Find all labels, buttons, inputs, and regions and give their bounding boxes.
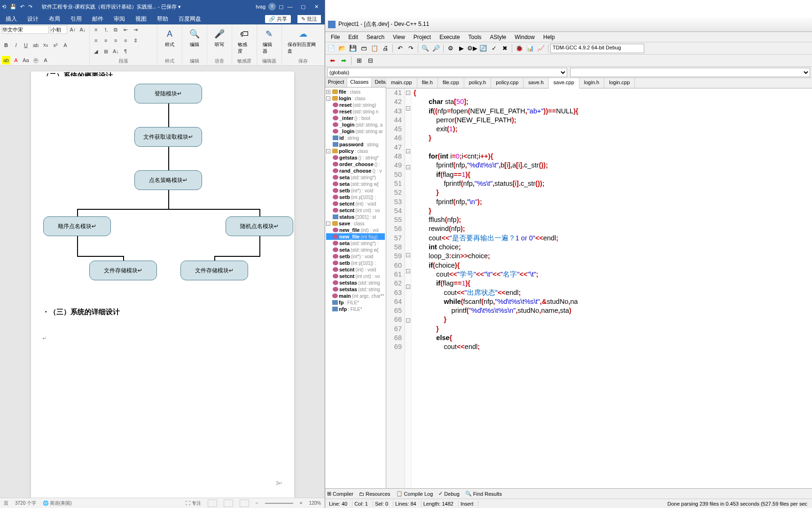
menu-help[interactable]: Help bbox=[539, 33, 559, 41]
bold-icon[interactable]: B bbox=[2, 41, 10, 49]
status-wordcount[interactable]: 3720 个字 bbox=[15, 500, 36, 507]
tree-item[interactable]: - policy : class bbox=[326, 148, 385, 154]
code-editor[interactable]: 41 42 43 44 45 46 47 48 49 50 51 52 53 5… bbox=[386, 88, 812, 488]
tree-item[interactable]: - login : class bbox=[326, 95, 385, 102]
scope-select[interactable]: (globals) bbox=[327, 68, 567, 77]
tree-item[interactable]: seta (std::string w[ bbox=[326, 246, 385, 253]
tree-item[interactable]: rand_choose () : v bbox=[326, 167, 385, 174]
tab-compiler[interactable]: ⊞ Compiler bbox=[327, 491, 353, 497]
zoom-level[interactable]: 120% bbox=[309, 500, 321, 506]
tree-item[interactable]: id : string bbox=[326, 135, 385, 141]
node-random[interactable]: 随机点名模块↵ bbox=[226, 216, 293, 236]
tree-item[interactable]: new_file (int) : voi bbox=[326, 227, 385, 233]
status-page[interactable]: 页 bbox=[4, 500, 8, 507]
tree-item[interactable]: setcnt (int) : void bbox=[326, 200, 385, 207]
bookmark-next-icon[interactable]: ➡ bbox=[338, 56, 349, 66]
fold-gutter[interactable]: -------- bbox=[405, 88, 412, 488]
close-button[interactable]: ✕ bbox=[310, 4, 323, 10]
edit-button[interactable]: 🔍编辑 bbox=[184, 25, 205, 50]
line-spacing-icon[interactable]: ⇕ bbox=[131, 36, 140, 45]
strike-icon[interactable]: ab bbox=[31, 41, 40, 49]
status-language[interactable]: 🌐 英语(美国) bbox=[43, 500, 71, 507]
tree-item[interactable]: + file : class bbox=[326, 88, 385, 95]
profile-icon[interactable]: 📊 bbox=[525, 43, 535, 54]
outdent-icon[interactable]: ⇤ bbox=[121, 25, 130, 34]
node-save2[interactable]: 文件存储模块↵ bbox=[180, 261, 248, 280]
run-icon[interactable]: ▶ bbox=[456, 43, 467, 54]
dictate-button[interactable]: 🎤听写 bbox=[209, 25, 230, 50]
word-document-area[interactable]: （二）系统的概要设计 登陆模块↵ 文件获取读取模块↵ 点名策略模块↵ 顺序点名模… bbox=[0, 66, 325, 498]
zoom-slider[interactable] bbox=[265, 503, 293, 504]
tree-item[interactable]: - save : class bbox=[326, 220, 385, 227]
file-tab[interactable]: file.h bbox=[417, 78, 438, 88]
tree-item[interactable]: nfp : FILE* bbox=[326, 306, 385, 312]
autosave-icon[interactable]: ⟲ bbox=[2, 4, 6, 10]
menu-edit[interactable]: Edit bbox=[344, 33, 362, 41]
tab-project[interactable]: Project bbox=[325, 78, 347, 87]
tree-item[interactable]: setb (int p[101]) : bbox=[326, 260, 385, 266]
sort-icon[interactable]: A↓ bbox=[111, 47, 120, 56]
file-tab[interactable]: main.cpp bbox=[386, 78, 417, 88]
tree-item[interactable]: setcnt (int) : void bbox=[326, 266, 385, 273]
close-icon[interactable]: 📋 bbox=[369, 43, 380, 54]
menu-window[interactable]: Window bbox=[511, 33, 539, 41]
tab-design[interactable]: 设计 bbox=[25, 14, 40, 24]
tree-item[interactable]: order_choose () : bbox=[326, 161, 385, 167]
tree-item[interactable]: _inter () : bool bbox=[326, 115, 385, 121]
compile-run-icon[interactable]: ⚙▶ bbox=[467, 43, 477, 54]
italic-icon[interactable]: I bbox=[12, 41, 20, 49]
tree-item[interactable]: main (int argc, char** bbox=[326, 293, 385, 299]
debug-start-icon[interactable]: 🐞 bbox=[514, 43, 524, 54]
font-family-select[interactable] bbox=[2, 25, 49, 34]
tree-item[interactable]: setstas (std::string bbox=[326, 279, 385, 286]
view-print-icon[interactable] bbox=[224, 500, 233, 507]
minimize-button[interactable]: — bbox=[283, 4, 297, 9]
tab-mailings[interactable]: 邮件 bbox=[90, 14, 105, 24]
subscript-icon[interactable]: x₂ bbox=[41, 41, 50, 49]
highlight-icon[interactable]: ab bbox=[2, 56, 10, 64]
file-tab[interactable]: login.cpp bbox=[604, 78, 635, 88]
node-file-read[interactable]: 文件获取读取模块↵ bbox=[134, 127, 202, 147]
tab-layout[interactable]: 布局 bbox=[47, 14, 62, 24]
tree-item[interactable]: setb (int*) : void bbox=[326, 187, 385, 194]
tab-compile-log[interactable]: 📋 Compile Log bbox=[396, 491, 433, 497]
menu-tools[interactable]: Tools bbox=[465, 33, 485, 41]
sensitivity-button[interactable]: 🏷敏感度 bbox=[234, 25, 255, 56]
editor-button[interactable]: ✎编辑器 bbox=[259, 25, 280, 56]
shrink-font-icon[interactable]: A↓ bbox=[78, 25, 87, 34]
zoom-in-icon[interactable]: + bbox=[300, 500, 303, 506]
menu-astyle[interactable]: AStyle bbox=[486, 33, 510, 41]
shading-icon[interactable]: ◢ bbox=[92, 47, 100, 56]
goto2-icon[interactable]: ⊟ bbox=[365, 56, 375, 66]
tab-view[interactable]: 视图 bbox=[133, 14, 148, 24]
indent-icon[interactable]: ⇥ bbox=[131, 25, 140, 34]
zoom-out-icon[interactable]: − bbox=[256, 500, 258, 506]
class-tree[interactable]: + file : class- login : class reset (std… bbox=[325, 87, 386, 488]
rebuild-icon[interactable]: 🔄 bbox=[478, 43, 488, 54]
tree-item[interactable]: _login (std::string, a bbox=[326, 121, 385, 128]
ribbon-mode-icon[interactable]: ▢ bbox=[279, 4, 283, 10]
node-login[interactable]: 登陆模块↵ bbox=[134, 84, 202, 103]
redo-icon[interactable]: ↷ bbox=[28, 4, 32, 10]
tree-item[interactable]: setcnt (int cnt) : vo bbox=[326, 273, 385, 279]
print-icon[interactable]: 🖨 bbox=[380, 43, 390, 54]
file-tab[interactable]: policy.h bbox=[464, 78, 491, 88]
tree-item[interactable]: seta (std::string w[ bbox=[326, 181, 385, 187]
tree-item[interactable]: reset (std::string) bbox=[326, 102, 385, 108]
tree-item[interactable]: fp : FILE* bbox=[326, 299, 385, 306]
code-content[interactable]: { char sta[50]; if((nfp=fopen(NEW_FILE_P… bbox=[412, 88, 812, 488]
user-name[interactable]: tvag bbox=[256, 4, 265, 9]
compile-icon[interactable]: ⚙ bbox=[445, 43, 456, 54]
grow-font-icon[interactable]: A↑ bbox=[69, 25, 77, 34]
new-file-icon[interactable]: 📄 bbox=[326, 43, 336, 54]
tree-item[interactable]: reset (std::string n bbox=[326, 108, 385, 115]
undo-icon[interactable]: ↶ bbox=[395, 43, 405, 54]
compiler-select[interactable]: TDM-GCC 4.9.2 64-bit Debug bbox=[550, 44, 644, 53]
find-icon[interactable]: 🔍 bbox=[420, 43, 430, 54]
baidu-save-button[interactable]: ☁保存到百度网盘 bbox=[284, 25, 322, 56]
save-all-icon[interactable]: 🗃 bbox=[359, 43, 369, 54]
save-icon[interactable]: 💾 bbox=[10, 4, 16, 10]
menu-view[interactable]: View bbox=[389, 33, 409, 41]
font-color-icon[interactable]: A bbox=[12, 56, 20, 64]
symbol-select[interactable] bbox=[570, 68, 810, 77]
